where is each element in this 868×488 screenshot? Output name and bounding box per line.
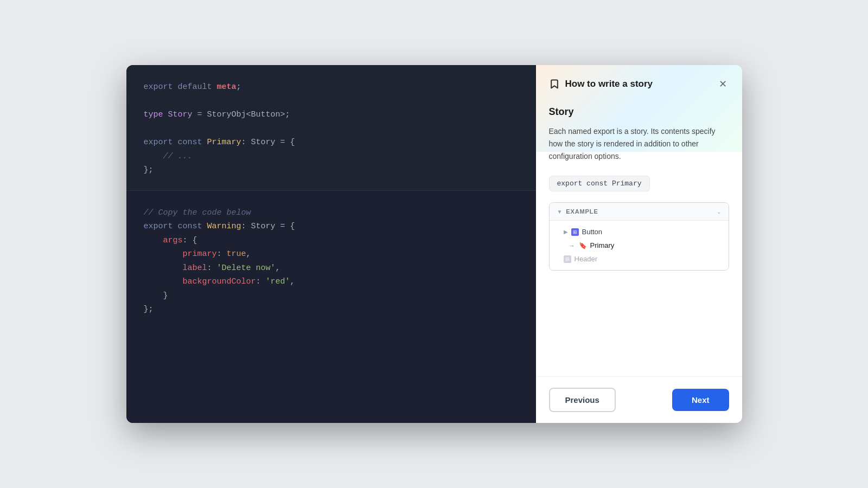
next-button[interactable]: Next [672,389,729,411]
info-header-left: How to write a story [549,79,653,89]
tree-item-label-header: Header [575,255,598,263]
tree-header-label: EXAMPLE [566,208,598,215]
info-header: How to write a story ✕ [536,65,742,102]
code-tag: export const Primary [549,176,650,191]
tree-arrow-icon: → [569,242,575,249]
story-icon: 🔖 [579,242,587,249]
code-block-bottom: // Copy the code below export const Warn… [144,206,519,317]
tree-item-chevron: ▶ [564,229,568,235]
tree-expand-icon: ⌄ [717,209,721,215]
story-description: Each named export is a story. Its conten… [549,125,729,163]
info-panel: How to write a story ✕ Story Each named … [536,65,742,423]
previous-button[interactable]: Previous [549,388,616,412]
tree-header: ▼ EXAMPLE ⌄ [550,203,729,221]
tree-item-button[interactable]: ▶ ⊞ Button [550,225,729,239]
info-footer: Previous Next [536,376,742,423]
close-button[interactable]: ✕ [717,77,729,91]
code-section-bottom: // Copy the code below export const Warn… [126,191,536,423]
code-block-top: export default meta; type Story = StoryO… [144,80,519,177]
modal-title: How to write a story [565,79,653,89]
bookmark-icon [549,79,560,89]
tree-item-label-button: Button [582,228,603,236]
tree-header-left: ▼ EXAMPLE [557,208,598,215]
tree-item-header[interactable]: ⊞ Header [550,252,729,266]
code-section-top: export default meta; type Story = StoryO… [126,65,536,191]
story-heading: Story [549,106,729,118]
tree-item-primary[interactable]: → 🔖 Primary [550,239,729,252]
tree-container: ▼ EXAMPLE ⌄ ▶ ⊞ Button → 🔖 [549,202,729,271]
tree-body: ▶ ⊞ Button → 🔖 Primary ⊞ Header [550,221,729,270]
component-icon: ⊞ [571,228,579,236]
component-icon-header: ⊞ [564,255,571,263]
info-content: Story Each named export is a story. Its … [536,102,742,376]
modal: export default meta; type Story = StoryO… [126,65,742,423]
tree-chevron-icon: ▼ [557,209,563,215]
code-panel: export default meta; type Story = StoryO… [126,65,536,423]
tree-item-label-primary: Primary [590,241,615,249]
